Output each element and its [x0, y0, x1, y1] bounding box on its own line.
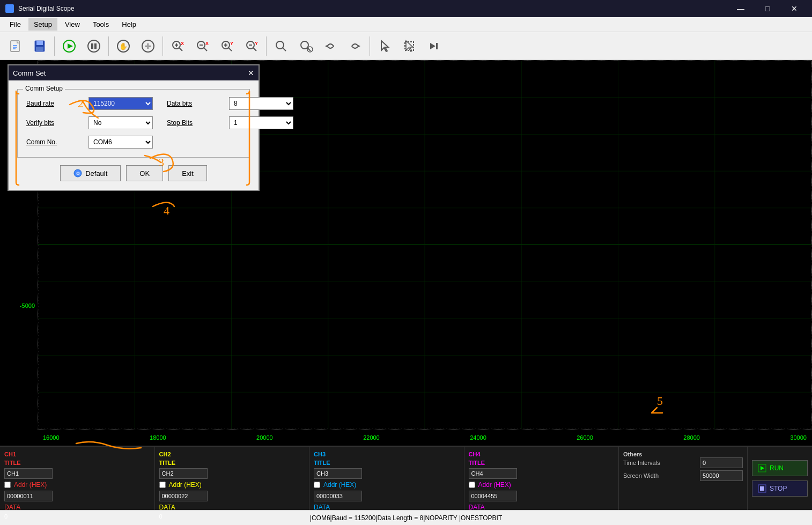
play-button[interactable]	[57, 34, 81, 58]
action2-button[interactable]	[343, 34, 367, 58]
ch4-label: CH4	[469, 451, 615, 457]
svg-line-24	[228, 48, 232, 51]
stop-label: STOP	[770, 485, 787, 492]
hand-button[interactable]: ✋	[112, 34, 135, 58]
menu-tools[interactable]: Tools	[87, 18, 114, 31]
ch3-addr-input[interactable]	[314, 491, 362, 501]
time-intervals-label: Time Intervals	[623, 460, 660, 466]
svg-line-33	[283, 48, 286, 51]
verify-bits-label: Verify bits	[26, 119, 85, 127]
toolbar: ✋ ✛ X X Y Y	[0, 32, 812, 60]
zoom-out-y-button[interactable]: Y	[240, 34, 263, 58]
stop-bits-select[interactable]: 1 1.5 2	[229, 116, 293, 129]
others-channel: Others Time Intervals Screen Width	[619, 447, 748, 510]
channel-4: CH4 TITLE Addr (HEX) DATA 0	[464, 447, 619, 510]
ch3-data-row: DATA	[314, 504, 460, 511]
screen-width-row: Screen Width	[623, 470, 743, 481]
channel-3: CH3 TITLE Addr (HEX) DATA 0	[309, 447, 464, 510]
ok-label: OK	[139, 169, 150, 178]
svg-text:Y: Y	[255, 41, 258, 46]
stop-button[interactable]: STOP	[752, 480, 808, 497]
toolbar-sep-5	[370, 36, 370, 56]
toolbar-sep-2	[108, 36, 109, 56]
ch2-title-row: TITLE	[159, 460, 305, 466]
ch1-addr-input[interactable]	[4, 491, 53, 501]
zoom-out-x-button[interactable]: X	[190, 34, 214, 58]
run-button[interactable]: RUN	[752, 460, 808, 476]
comm-no-select[interactable]: COM1 COM2 COM3 COM4 COM5 COM6 COM7 COM8	[88, 136, 153, 149]
ch4-title-input-row	[469, 468, 615, 479]
svg-point-32	[276, 41, 284, 49]
x-label-22000: 22000	[363, 434, 380, 441]
ch4-addr-checkbox[interactable]	[469, 482, 475, 488]
maximize-button[interactable]: □	[755, 0, 780, 17]
baud-rate-select[interactable]: 9600 19200 38400 57600 115200 230400	[88, 97, 153, 110]
menu-help[interactable]: Help	[116, 18, 142, 31]
data-bits-select[interactable]: 5 6 7 8	[229, 97, 293, 110]
ch2-addr-checkbox[interactable]	[159, 482, 166, 488]
x-label-24000: 24000	[470, 434, 486, 441]
menu-view[interactable]: View	[60, 18, 85, 31]
pause-button[interactable]	[82, 34, 106, 58]
ch4-title-input[interactable]	[469, 468, 517, 479]
verify-bits-select[interactable]: No Even Odd Mark Space	[88, 116, 153, 129]
new-button[interactable]	[3, 34, 27, 58]
zoom-in-x-button[interactable]: X	[166, 34, 189, 58]
modal-close-button[interactable]: ✕	[248, 69, 254, 77]
ch3-data-label: DATA	[314, 504, 330, 511]
svg-text:✋: ✋	[119, 42, 128, 51]
ok-button[interactable]: OK	[126, 165, 163, 181]
ch4-addr-input-row	[469, 491, 615, 501]
app-icon	[5, 4, 14, 13]
action1-button[interactable]	[319, 34, 342, 58]
ch1-label: CH1	[4, 451, 150, 457]
menu-bar: File Setup View Tools Help	[0, 17, 812, 32]
save-button[interactable]	[28, 34, 51, 58]
svg-point-36	[307, 47, 313, 52]
ch2-addr-input[interactable]	[159, 491, 208, 501]
move-button[interactable]: ✛	[136, 34, 160, 58]
select-button[interactable]	[397, 34, 421, 58]
cursor-button[interactable]	[373, 34, 396, 58]
exit-label: Exit	[182, 169, 194, 178]
channel-panel: CH1 TITLE Addr (HEX) DATA 0 CH2 TITLE Ad…	[0, 446, 812, 510]
stop-bits-label: Stop Bits	[167, 119, 226, 127]
svg-marker-38	[358, 45, 360, 47]
x-label-28000: 28000	[683, 434, 700, 441]
others-label: Others	[623, 451, 743, 457]
find-button[interactable]	[269, 34, 293, 58]
default-button[interactable]: ⚙ Default	[60, 165, 121, 181]
ch1-addr-label: Addr (HEX)	[14, 481, 47, 489]
toolbar-sep-1	[54, 36, 55, 56]
svg-marker-39	[381, 41, 388, 51]
x-label-20000: 20000	[256, 434, 273, 441]
ch1-title-input[interactable]	[4, 468, 53, 479]
ch3-addr-checkbox[interactable]	[314, 482, 320, 488]
title-bar-controls[interactable]: — □ ✕	[728, 0, 807, 17]
run-stop-panel: RUN STOP	[748, 447, 812, 510]
find2-button[interactable]	[294, 34, 318, 58]
close-button[interactable]: ✕	[782, 0, 807, 17]
ch2-title-input[interactable]	[159, 468, 208, 479]
exit-button[interactable]: Exit	[168, 165, 207, 181]
ch1-addr-checkbox[interactable]	[4, 482, 11, 488]
menu-setup[interactable]: Setup	[28, 18, 57, 31]
time-intervals-input[interactable]	[700, 457, 743, 468]
ch4-addr-input[interactable]	[469, 491, 517, 501]
ch2-title-label: TITLE	[159, 460, 176, 466]
stop-icon	[758, 484, 766, 493]
minimize-button[interactable]: —	[728, 0, 753, 17]
svg-text:✛: ✛	[145, 42, 151, 50]
skip-button[interactable]	[422, 34, 446, 58]
zoom-in-y-button[interactable]: Y	[215, 34, 239, 58]
ch3-title-input[interactable]	[314, 468, 362, 479]
menu-file[interactable]: File	[4, 18, 26, 31]
modal-title-bar: Comm Set ✕	[9, 65, 259, 80]
modal-body: Comm Setup Baud rate 9600 19200 38400 57…	[9, 80, 259, 190]
svg-marker-37	[325, 45, 327, 47]
screen-width-input[interactable]	[700, 470, 743, 481]
modal-title: Comm Set	[13, 69, 46, 77]
svg-point-34	[301, 41, 308, 49]
svg-rect-3	[36, 41, 43, 45]
svg-marker-6	[68, 43, 73, 49]
